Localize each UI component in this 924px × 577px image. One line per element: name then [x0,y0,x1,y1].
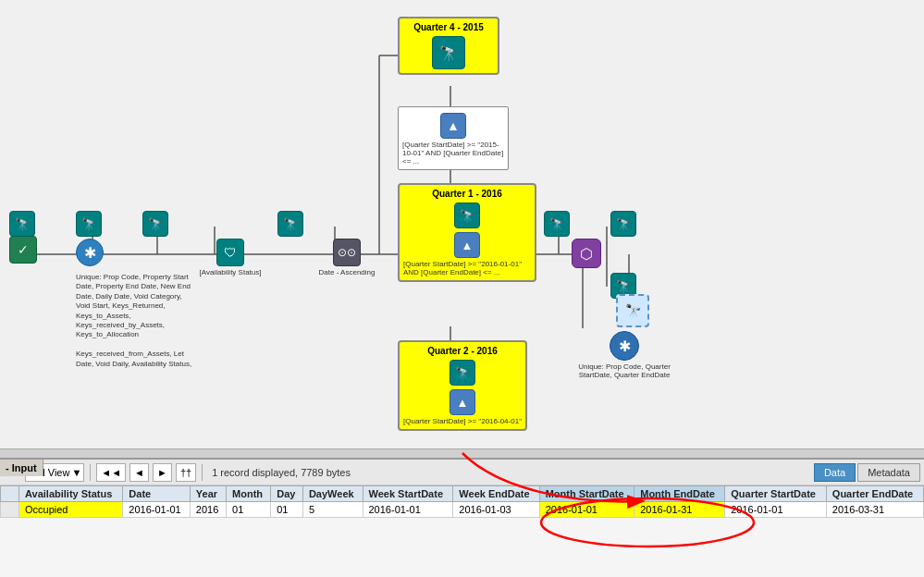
workflow-box-q4-2015[interactable]: Quarter 4 - 2015 🔭 [398,17,499,75]
tab-buttons: Data Metadata [814,463,920,482]
availability-node[interactable]: 🛡 [Availability Status] [198,239,263,276]
nav-prev-btn[interactable]: ◄ [129,463,149,482]
col-header-month-start[interactable]: Month StartDate [539,486,634,502]
filter-icon[interactable]: ▲ [440,113,466,139]
col-header-quarter-end[interactable]: Quarter EndDate [826,486,923,502]
col-header-year[interactable]: Year [190,486,226,502]
cell-quarter-end: 2016-03-31 [826,502,923,518]
filter-icon-q1[interactable]: ▲ [454,232,480,258]
cell-month-start: 2016-01-01 [539,502,634,518]
data-tab-btn[interactable]: Data [814,463,856,482]
nav-next-btn[interactable]: ► [153,463,172,482]
dropdown-arrow: ▼ [71,467,81,478]
workflow-box-q2-2016[interactable]: Quarter 2 - 2016 🔭 ▲ [Quarter StartDate]… [398,340,527,431]
cell-dayweek: 5 [302,502,363,518]
workflow-box-q1-2016[interactable]: Quarter 1 - 2016 🔭 ▲ [Quarter StartDate]… [398,183,536,282]
binoculars-node-5[interactable]: 🔭 [544,211,570,237]
h-scrollbar[interactable] [0,448,924,458]
cell-date: 2016-01-01 [123,502,191,518]
sep1 [90,464,91,481]
col-header-day[interactable]: Day [271,486,303,502]
checkmark-node[interactable]: ✓ [9,236,37,264]
dots-node[interactable]: ⊙⊙ Date - Ascending [314,239,379,276]
wb-title-q1: Quarter 1 - 2016 [403,189,531,199]
bottom-toolbar: ✓ ✗ Cell View ▼ ◄◄ ◄ ► †† 1 record displ… [0,460,924,485]
cell-week-start: 2016-01-01 [363,502,453,518]
binoculars-node-1[interactable]: 🔭 [9,211,35,237]
binoculars-node-3[interactable]: 🔭 [142,211,168,237]
binoculars-node-4[interactable]: 🔭 [277,211,303,237]
input-label: - Input [0,458,43,476]
unique-label-1: Unique: Prop Code, Property Start Date, … [76,273,196,369]
col-header-row-num [1,486,19,502]
filter-text-q4: [Quarter StartDate] >= "2015-10-01" AND … [402,141,504,166]
binoculars-dashed-node[interactable]: 🔭 [616,294,649,327]
nav-first-btn[interactable]: ◄◄ [96,463,126,482]
cell-month: 01 [227,502,271,518]
wb-title-q4: Quarter 4 - 2015 [403,22,494,32]
data-table-container[interactable]: Availability Status Date Year Month Day … [0,485,924,577]
col-header-week-end[interactable]: Week EndDate [453,486,539,502]
cell-month-end: 2016-01-31 [634,502,725,518]
filter-text-q1: [Quarter StartDate] >= "2016-01-01" AND … [403,260,531,276]
record-info: 1 record displayed, 7789 bytes [212,467,351,478]
wb-title-q2: Quarter 2 - 2016 [403,346,522,356]
table-header-row: Availability Status Date Year Month Day … [1,486,924,502]
filter-icon-q2[interactable]: ▲ [450,389,475,415]
binoculars-node-6[interactable]: 🔭 [610,211,636,237]
asterisk-node[interactable]: ✱ [76,239,104,266]
filter-box-q4: ▲ [Quarter StartDate] >= "2015-10-01" AN… [398,106,509,170]
wb-binoculars-q1[interactable]: 🔭 [454,203,480,228]
nav-last-btn[interactable]: †† [176,463,196,482]
blue-hex-node[interactable]: ✱ Unique: Prop Code, Quarter StartDate, … [573,331,675,379]
unique-label-3: Unique: Prop Code, Quarter StartDate, Qu… [573,362,675,379]
cell-availability: Occupied [19,502,123,518]
availability-label: [Availability Status] [198,268,263,276]
col-header-quarter-start[interactable]: Quarter StartDate [725,486,827,502]
table-row: Occupied 2016-01-01 2016 01 01 5 2016-01… [1,502,924,518]
purple-hex-node[interactable]: ⬡ [572,239,601,268]
col-header-date[interactable]: Date [123,486,191,502]
col-header-availability[interactable]: Availability Status [19,486,123,502]
cell-day: 01 [271,502,303,518]
data-table: Availability Status Date Year Month Day … [0,485,924,518]
filter-text-q2: [Quarter StartDate] >= "2016-04-01" [403,417,522,425]
col-header-month[interactable]: Month [227,486,271,502]
col-header-dayweek[interactable]: DayWeek [302,486,363,502]
metadata-tab-btn[interactable]: Metadata [857,463,920,482]
cell-quarter-start: 2016-01-01 [725,502,827,518]
cell-year: 2016 [190,502,226,518]
binoculars-node-2[interactable]: 🔭 [76,211,102,237]
col-header-month-end[interactable]: Month EndDate [634,486,725,502]
col-header-week-start[interactable]: Week StartDate [363,486,453,502]
workflow-canvas: Quarter 4 - 2015 🔭 ▲ [Quarter StartDate]… [0,0,924,458]
sort-label: Date - Ascending [314,268,379,276]
cell-row-num [1,502,19,518]
cell-week-end: 2016-01-03 [453,502,539,518]
sep2 [202,464,203,481]
wb-binoculars-icon[interactable]: 🔭 [432,36,465,69]
wb-binoculars-q2[interactable]: 🔭 [450,360,475,386]
